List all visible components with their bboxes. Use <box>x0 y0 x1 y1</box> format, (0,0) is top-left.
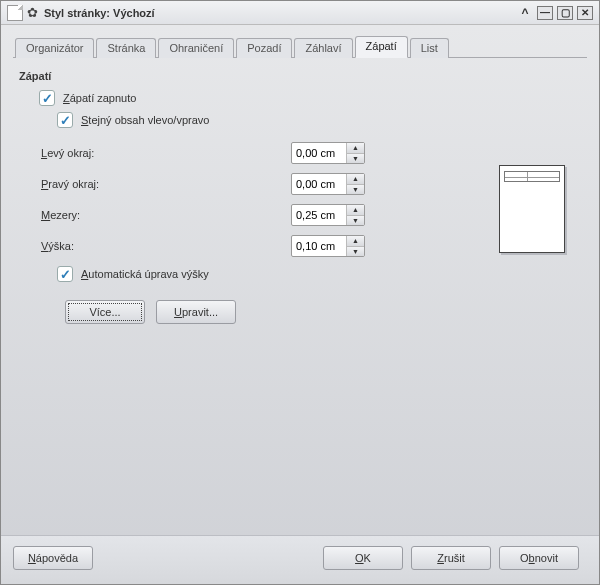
tab-label: Pozadí <box>247 42 281 54</box>
tab-label: Ohraničení <box>169 42 223 54</box>
spin-down-icon[interactable]: ▼ <box>347 153 364 164</box>
check-icon: ✓ <box>60 268 71 281</box>
document-icon <box>7 5 23 21</box>
tab-organizer[interactable]: Organizátor <box>15 38 94 58</box>
edit-button[interactable]: Upravit... <box>156 300 236 324</box>
auto-height-label: Automatická úprava výšky <box>81 268 209 280</box>
tab-header[interactable]: Záhlaví <box>294 38 352 58</box>
spacing-label: Mezery: <box>41 209 291 221</box>
preview-header-icon <box>504 171 560 182</box>
spinner-buttons: ▲ ▼ <box>346 174 364 194</box>
tab-label: List <box>421 42 438 54</box>
tab-strip: Organizátor Stránka Ohraničení Pozadí Zá… <box>13 35 587 58</box>
spin-up-icon[interactable]: ▲ <box>347 174 364 184</box>
spinner-buttons: ▲ ▼ <box>346 236 364 256</box>
tab-label: Stránka <box>107 42 145 54</box>
cancel-button[interactable]: Zrušit <box>411 546 491 570</box>
dialog-footer: Nápověda OK Zrušit Obnovit <box>1 535 599 584</box>
left-margin-spinner[interactable]: ▲ ▼ <box>291 142 365 164</box>
right-margin-input[interactable] <box>292 174 346 194</box>
spin-up-icon[interactable]: ▲ <box>347 143 364 153</box>
left-margin-input[interactable] <box>292 143 346 163</box>
same-content-row[interactable]: ✓ Stejný obsah vlevo/vpravo <box>57 112 581 128</box>
reset-button[interactable]: Obnovit <box>499 546 579 570</box>
minimize-button[interactable]: — <box>537 6 553 20</box>
maximize-button[interactable]: ▢ <box>557 6 573 20</box>
tab-sheet[interactable]: List <box>410 38 449 58</box>
gear-icon: ✿ <box>27 5 38 20</box>
titlebar: ✿ Styl stránky: Výchozí ^ — ▢ ✕ <box>1 1 599 25</box>
tab-borders[interactable]: Ohraničení <box>158 38 234 58</box>
row-left-margin: Levý okraj: ▲ ▼ <box>41 142 581 164</box>
tab-background[interactable]: Pozadí <box>236 38 292 58</box>
right-margin-spinner[interactable]: ▲ ▼ <box>291 173 365 195</box>
spin-down-icon[interactable]: ▼ <box>347 184 364 195</box>
check-icon: ✓ <box>42 92 53 105</box>
checkbox-same-content[interactable]: ✓ <box>57 112 73 128</box>
spin-up-icon[interactable]: ▲ <box>347 236 364 246</box>
section-title: Zápatí <box>19 70 581 82</box>
tab-footer[interactable]: Zápatí <box>355 36 408 58</box>
left-margin-label: Levý okraj: <box>41 147 291 159</box>
spin-down-icon[interactable]: ▼ <box>347 215 364 226</box>
footer-on-label: Zápatí zapnuto <box>63 92 136 104</box>
spacing-spinner[interactable]: ▲ ▼ <box>291 204 365 226</box>
rollup-button[interactable]: ^ <box>517 6 533 20</box>
more-button[interactable]: Více... <box>65 300 145 324</box>
height-label: Výška: <box>41 240 291 252</box>
help-button[interactable]: Nápověda <box>13 546 93 570</box>
height-spinner[interactable]: ▲ ▼ <box>291 235 365 257</box>
check-icon: ✓ <box>60 114 71 127</box>
checkbox-footer-on[interactable]: ✓ <box>39 90 55 106</box>
tab-label: Organizátor <box>26 42 83 54</box>
tab-label: Zápatí <box>366 40 397 52</box>
tab-label: Záhlaví <box>305 42 341 54</box>
tab-page[interactable]: Stránka <box>96 38 156 58</box>
spin-up-icon[interactable]: ▲ <box>347 205 364 215</box>
footer-panel: Zápatí ✓ Zápatí zapnuto ✓ Stejný obsah v… <box>13 58 587 527</box>
spinner-buttons: ▲ ▼ <box>346 143 364 163</box>
auto-height-row[interactable]: ✓ Automatická úprava výšky <box>57 266 581 282</box>
spin-down-icon[interactable]: ▼ <box>347 246 364 257</box>
ok-button[interactable]: OK <box>323 546 403 570</box>
spinner-buttons: ▲ ▼ <box>346 205 364 225</box>
height-input[interactable] <box>292 236 346 256</box>
same-content-label: Stejný obsah vlevo/vpravo <box>81 114 209 126</box>
dialog-window: ✿ Styl stránky: Výchozí ^ — ▢ ✕ Organizá… <box>0 0 600 585</box>
page-preview <box>499 165 565 253</box>
panel-buttons: Více... Upravit... <box>65 300 581 324</box>
footer-on-row[interactable]: ✓ Zápatí zapnuto <box>39 90 581 106</box>
work-area: Organizátor Stránka Ohraničení Pozadí Zá… <box>1 25 599 535</box>
close-button[interactable]: ✕ <box>577 6 593 20</box>
right-margin-label: Pravý okraj: <box>41 178 291 190</box>
window-title: Styl stránky: Výchozí <box>44 7 155 19</box>
spacing-input[interactable] <box>292 205 346 225</box>
checkbox-auto-height[interactable]: ✓ <box>57 266 73 282</box>
